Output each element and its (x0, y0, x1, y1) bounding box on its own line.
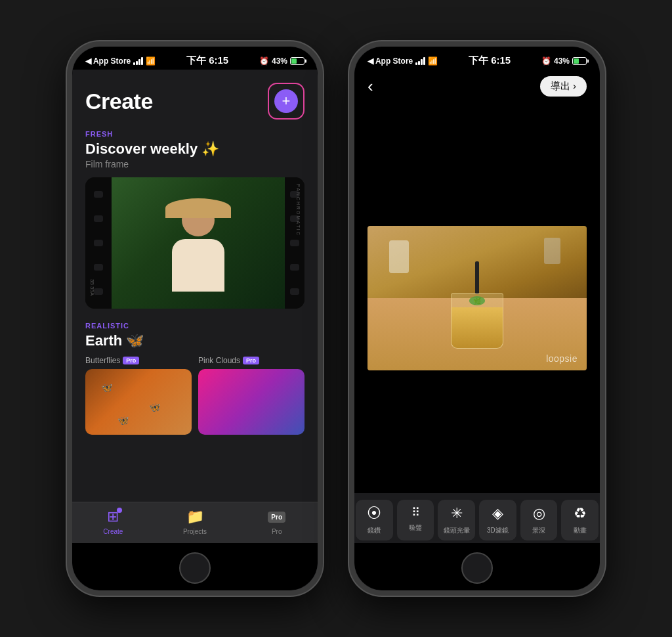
notification-dot (117, 508, 122, 513)
add-button[interactable]: + (268, 83, 304, 120)
film-text-panchromatic: PANCHROMATIC (296, 184, 301, 236)
film-number: 35 35A (89, 279, 95, 296)
drink-container: 🌿 (451, 261, 503, 349)
earth-title: Earth 🦋 (85, 332, 304, 349)
film-strip-right: PANCHROMATIC (285, 177, 304, 309)
back-appstore-2[interactable]: ◀ App Store (368, 56, 413, 66)
time-2: 下午 6:15 (469, 55, 511, 67)
pro-tab-label: Pro (272, 528, 282, 535)
lens-flare-icon: ✳ (451, 505, 463, 522)
plus-icon: + (274, 89, 298, 113)
mint-garnish: 🌿 (469, 296, 485, 305)
film-frame-card[interactable]: 35 35A PANCHROMATIC (85, 177, 304, 309)
butterflies-thumb: 🦋 🦋 🦋 (85, 369, 192, 435)
mirror-icon: ⦿ (367, 505, 381, 522)
create-header: Create + (85, 70, 304, 130)
battery-pct-2: 43% (554, 56, 570, 66)
film-frame-subtitle: Film frame (85, 159, 304, 169)
status-right-2: ⏰ 43% (541, 56, 587, 66)
lens-flare-label: 鏡頭光暈 (444, 526, 470, 535)
tab-create-icon-wrap: ⊞ (104, 508, 122, 526)
export-button[interactable]: 導出 › (540, 76, 587, 97)
phone-2: ◀ App Store 📶 下午 6:15 ⏰ 43% ‹ 導出 (349, 41, 605, 596)
tab-projects[interactable]: 📁 Projects (154, 508, 236, 535)
butterflies-label: Butterflies Pro (85, 356, 192, 365)
status-left-1: ◀ App Store 📶 (85, 56, 156, 66)
head (182, 204, 215, 236)
film-strip-left: 35 35A (85, 177, 112, 309)
person-silhouette (165, 204, 231, 309)
body (172, 239, 224, 292)
tab-pro-icon-wrap: Pro (268, 508, 286, 526)
tab-bar: ⊞ Create 📁 Projects Pro Pro (72, 502, 318, 543)
noise-icon: ⠿ (411, 505, 420, 519)
noise-label: 噪聲 (409, 523, 422, 533)
signal-bars-2 (415, 57, 425, 65)
lens-flare-tool[interactable]: ✳ 鏡頭光暈 (438, 500, 475, 540)
filter-toolbar: ⦿ 鏡鑽 ⠿ 噪聲 ✳ 鏡頭光暈 ◈ 3D濾鏡 ◎ 景深 (354, 493, 600, 543)
battery-pct-1: 43% (272, 56, 287, 66)
editor-screen: ‹ 導出 › (354, 70, 600, 543)
fresh-badge: FRESH (85, 130, 304, 138)
home-button-area-2 (354, 543, 600, 590)
film-hole (94, 264, 103, 271)
alarm-icon-1: ⏰ (259, 56, 269, 66)
film-hole (94, 191, 103, 198)
realistic-badge: REALISTIC (85, 322, 304, 330)
editor-header: ‹ 導出 › (354, 70, 600, 103)
home-button-2[interactable] (461, 552, 493, 584)
page-title: Create (85, 89, 153, 114)
wifi-icon-1: 📶 (146, 56, 156, 66)
depth-icon: ◎ (533, 505, 545, 522)
discover-weekly-title: Discover weekly ✨ (85, 141, 304, 158)
signal-bars-1 (133, 57, 143, 65)
tab-pro[interactable]: Pro Pro (236, 508, 318, 535)
film-hole-r (290, 240, 299, 246)
3d-filter-icon: ◈ (492, 505, 503, 522)
home-button[interactable] (179, 552, 211, 584)
film-hole (94, 240, 103, 246)
battery-2 (572, 57, 587, 65)
mirror-tool[interactable]: ⦿ 鏡鑽 (356, 500, 393, 540)
back-appstore-1[interactable]: ◀ App Store (85, 56, 131, 66)
status-right-1: ⏰ 43% (259, 56, 304, 66)
film-hole (94, 215, 103, 222)
create-screen: Create + FRESH Discover weekly ✨ Film fr… (72, 70, 318, 502)
pro-badge-butterflies: Pro (123, 357, 139, 364)
pro-badge-clouds: Pro (243, 357, 259, 364)
film-hole-r (290, 264, 299, 271)
3d-filter-label: 3D濾鏡 (487, 526, 509, 535)
pink-clouds-image (198, 369, 304, 435)
noise-tool[interactable]: ⠿ 噪聲 (397, 500, 434, 540)
drink-liquid (452, 307, 503, 348)
depth-tool[interactable]: ◎ 景深 (520, 500, 558, 540)
battery-1 (290, 57, 304, 65)
back-button[interactable]: ‹ (368, 76, 373, 97)
depth-label: 景深 (532, 526, 545, 535)
hair (165, 198, 231, 218)
photo-preview[interactable]: 🌿 loopsie (368, 226, 587, 370)
film-hole (94, 288, 103, 295)
film-photo (112, 177, 285, 309)
alarm-icon-2: ⏰ (541, 56, 551, 66)
pro-tab-icon: Pro (268, 512, 285, 523)
film-hole-r (290, 288, 299, 295)
wifi-icon-2: 📶 (428, 56, 438, 66)
create-tab-label: Create (103, 528, 123, 535)
status-left-2: ◀ App Store 📶 (368, 56, 438, 66)
glass: 🌿 (451, 293, 503, 349)
animation-label: 動畫 (574, 526, 587, 535)
projects-tab-icon: 📁 (186, 508, 204, 525)
photo-content: 🌿 (368, 226, 587, 370)
3d-filter-tool[interactable]: ◈ 3D濾鏡 (479, 500, 516, 540)
animation-tool[interactable]: ♻ 動畫 (561, 500, 598, 540)
pink-clouds-thumb (198, 369, 304, 435)
bg-cup (389, 240, 409, 273)
bg-glass-2 (544, 238, 560, 264)
pink-clouds-label: Pink Clouds Pro (198, 356, 304, 365)
pink-clouds-filter[interactable]: Pink Clouds Pro (198, 356, 304, 435)
projects-tab-label: Projects (183, 528, 207, 535)
home-button-area (72, 543, 318, 590)
tab-create[interactable]: ⊞ Create (72, 508, 154, 535)
butterflies-filter[interactable]: Butterflies Pro 🦋 🦋 🦋 (85, 356, 192, 435)
